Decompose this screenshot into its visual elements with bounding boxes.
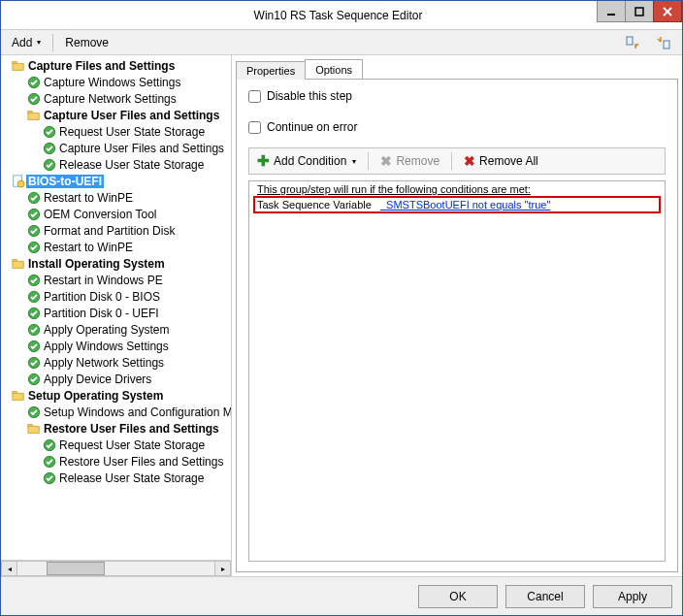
tree-item-label: Setup Windows and Configuration Manager xyxy=(42,405,231,419)
maximize-button[interactable] xyxy=(625,1,654,22)
move-down-button[interactable] xyxy=(649,32,678,53)
disable-step-row[interactable]: Disable this step xyxy=(248,89,666,103)
window-controls xyxy=(598,1,682,29)
tree-item-label: Capture User Files and Settings xyxy=(42,109,221,122)
add-button[interactable]: Add ▾ xyxy=(5,33,48,52)
check-icon xyxy=(42,124,57,140)
tree-item-label: Setup Operating System xyxy=(26,389,165,403)
condition-highlight: Task Sequence Variable _SMSTSBootUEFI no… xyxy=(253,196,661,213)
tree-item[interactable]: Apply Device Drivers xyxy=(1,371,231,387)
scroll-left-arrow[interactable]: ◂ xyxy=(1,561,17,576)
tree-item[interactable]: Capture User Files and Settings xyxy=(1,107,231,123)
tab-options[interactable]: Options xyxy=(305,59,363,79)
tree-item-label: Capture Files and Settings xyxy=(26,59,177,73)
tree-item[interactable]: Partition Disk 0 - BIOS xyxy=(1,288,231,305)
apply-button[interactable]: Apply xyxy=(593,585,672,608)
check-icon xyxy=(26,240,42,255)
scroll-right-arrow[interactable]: ▸ xyxy=(214,561,231,576)
conditions-list[interactable]: This group/step will run if the followin… xyxy=(248,180,666,562)
tree-item[interactable]: Setup Operating System xyxy=(1,387,231,404)
tree-item[interactable]: Partition Disk 0 - UEFI xyxy=(1,305,231,321)
conditions-separator xyxy=(368,152,369,170)
tree-item[interactable]: Setup Windows and Configuration Manager xyxy=(1,404,231,420)
svg-rect-27 xyxy=(13,391,16,393)
remove-all-label: Remove All xyxy=(479,154,538,168)
tab-properties[interactable]: Properties xyxy=(236,61,306,80)
check-icon xyxy=(26,273,42,288)
close-button[interactable] xyxy=(653,1,682,22)
folder-icon xyxy=(11,58,26,74)
move-up-button[interactable] xyxy=(618,32,647,53)
remove-button[interactable]: Remove xyxy=(58,33,115,52)
cancel-button[interactable]: Cancel xyxy=(505,585,585,608)
tree-item-label: Capture User Files and Settings xyxy=(57,142,226,155)
svg-rect-5 xyxy=(664,41,669,49)
add-condition-button[interactable]: ✚ Add Condition ▾ xyxy=(253,151,360,171)
tree-item[interactable]: Apply Network Settings xyxy=(1,354,231,371)
check-icon xyxy=(26,207,42,222)
toolbar: Add ▾ Remove xyxy=(1,30,682,55)
tree-item[interactable]: Capture Windows Settings xyxy=(1,74,231,90)
tree-item[interactable]: Restart to WinPE xyxy=(1,239,231,255)
task-sequence-tree[interactable]: Capture Files and SettingsCapture Window… xyxy=(1,55,231,560)
plus-icon: ✚ xyxy=(257,152,270,170)
tree-item[interactable]: Restore User Files and Settings xyxy=(1,453,231,470)
tree-item[interactable]: Restart to WinPE xyxy=(1,189,231,206)
tree-item-label: Restart in Windows PE xyxy=(42,274,165,287)
svg-rect-6 xyxy=(13,61,16,63)
remove-all-conditions-button[interactable]: ✖ Remove All xyxy=(460,152,542,170)
svg-rect-9 xyxy=(28,111,32,113)
remove-label: Remove xyxy=(65,36,109,49)
tree-item[interactable]: Capture Network Settings xyxy=(1,90,231,107)
tree-item[interactable]: Capture User Files and Settings xyxy=(1,140,231,156)
svg-rect-1 xyxy=(635,8,643,16)
check-icon xyxy=(26,339,42,354)
tree-item[interactable]: Apply Windows Settings xyxy=(1,338,231,354)
folder-icon xyxy=(26,108,42,123)
continue-on-error-checkbox[interactable] xyxy=(248,121,261,134)
tree-item-label: Partition Disk 0 - BIOS xyxy=(42,290,162,304)
tree-item-label: Capture Windows Settings xyxy=(42,76,182,89)
tree-item[interactable]: Request User State Storage xyxy=(1,123,231,140)
disable-step-checkbox[interactable] xyxy=(248,90,261,103)
tree-item[interactable]: Restart in Windows PE xyxy=(1,272,231,288)
dialog-footer: OK Cancel Apply xyxy=(1,576,682,615)
options-panel: Disable this step Continue on error ✚ Ad… xyxy=(236,79,678,572)
check-icon xyxy=(26,306,42,321)
ok-button[interactable]: OK xyxy=(418,585,498,608)
tab-strip: Properties Options xyxy=(236,57,678,79)
tree-item[interactable]: Restore User Files and Settings xyxy=(1,420,231,437)
tree-item[interactable]: Format and Partition Disk xyxy=(1,222,231,239)
check-icon xyxy=(42,438,57,453)
scrollbar-thumb[interactable] xyxy=(47,562,105,575)
check-icon xyxy=(42,157,57,173)
condition-value[interactable]: _SMSTSBootUEFI not equals "true" xyxy=(380,199,550,211)
check-icon xyxy=(26,223,42,239)
svg-rect-4 xyxy=(627,37,633,45)
tree-item[interactable]: Capture Files and Settings xyxy=(1,57,231,74)
tree-item[interactable]: Release User State Storage xyxy=(1,156,231,173)
tree-item-label: Capture Network Settings xyxy=(42,92,179,106)
condition-item[interactable]: Task Sequence Variable _SMSTSBootUEFI no… xyxy=(257,199,657,211)
tree-item-label: Apply Windows Settings xyxy=(42,340,171,353)
check-icon xyxy=(26,322,42,338)
continue-on-error-row[interactable]: Continue on error xyxy=(248,120,666,134)
tree-item[interactable]: BIOS-to-UEFI xyxy=(1,173,231,189)
horizontal-scrollbar[interactable]: ◂ ▸ xyxy=(1,560,231,576)
condition-prefix: Task Sequence Variable xyxy=(257,199,372,211)
tree-item[interactable]: Request User State Storage xyxy=(1,437,231,453)
remove-condition-button[interactable]: ✖ Remove xyxy=(376,152,443,170)
conditions-header: This group/step will run if the followin… xyxy=(253,183,661,195)
svg-point-14 xyxy=(17,180,24,187)
scrollbar-track[interactable] xyxy=(17,561,214,576)
tree-item-label: Restore User Files and Settings xyxy=(42,422,221,436)
tree-item[interactable]: Release User State Storage xyxy=(1,470,231,486)
tree-item[interactable]: Install Operating System xyxy=(1,255,231,272)
tree-item-label: Request User State Storage xyxy=(57,438,207,452)
minimize-button[interactable] xyxy=(597,1,626,22)
add-condition-label: Add Condition xyxy=(274,154,346,168)
tree-item[interactable]: Apply Operating System xyxy=(1,321,231,338)
tree-item[interactable]: OEM Conversion Tool xyxy=(1,206,231,222)
tree-item-label: Restore User Files and Settings xyxy=(57,455,225,469)
check-icon xyxy=(26,190,42,206)
